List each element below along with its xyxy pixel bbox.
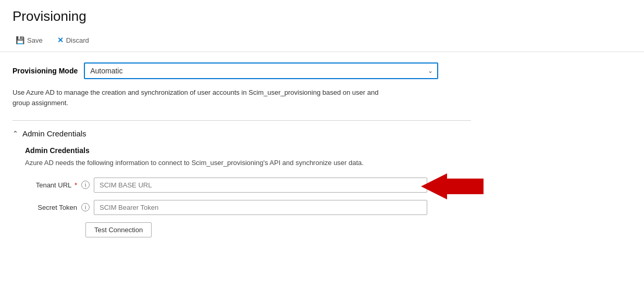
toolbar: 💾 Save ✕ Discard <box>0 31 644 52</box>
svg-marker-0 <box>421 173 484 199</box>
provisioning-mode-row: Provisioning Mode Automatic Manual ⌄ <box>13 62 631 79</box>
admin-cred-title: Admin Credentials <box>25 146 481 155</box>
section-header-label: Admin Credentials <box>22 129 86 138</box>
red-arrow-indicator <box>421 173 484 199</box>
tenant-url-row: Tenant URL * i <box>25 178 481 193</box>
page-title: Provisioning <box>0 0 644 31</box>
admin-cred-desc: Azure AD needs the following information… <box>25 158 364 168</box>
secret-token-info-icon[interactable]: i <box>81 203 90 211</box>
discard-icon: ✕ <box>57 36 64 44</box>
secret-token-row: Secret Token i <box>25 200 481 215</box>
main-content: Provisioning Mode Automatic Manual ⌄ Use… <box>0 52 644 248</box>
tenant-url-label: Tenant URL * <box>25 181 77 189</box>
section-divider <box>13 120 471 121</box>
test-connection-button[interactable]: Test Connection <box>85 222 152 237</box>
page-container: Provisioning 💾 Save ✕ Discard Provisioni… <box>0 0 644 248</box>
test-connection-row: Test Connection <box>25 222 481 237</box>
save-button[interactable]: 💾 Save <box>13 34 46 46</box>
discard-label: Discard <box>66 36 89 44</box>
chevron-up-icon: ⌃ <box>13 130 18 137</box>
discard-button[interactable]: ✕ Discard <box>54 34 92 46</box>
tenant-url-input[interactable] <box>94 178 427 193</box>
provisioning-mode-select[interactable]: Automatic Manual <box>84 62 438 79</box>
admin-credentials-section-header[interactable]: ⌃ Admin Credentials <box>13 129 631 138</box>
tenant-url-info-icon[interactable]: i <box>81 181 90 189</box>
admin-credentials-box: Admin Credentials Azure AD needs the fol… <box>13 146 481 237</box>
secret-token-label: Secret Token <box>25 204 77 211</box>
secret-token-input[interactable] <box>94 200 427 215</box>
save-icon: 💾 <box>16 36 24 44</box>
provisioning-mode-label: Provisioning Mode <box>13 67 78 75</box>
required-indicator: * <box>72 181 77 189</box>
tenant-url-wrapper: Tenant URL * i <box>25 178 481 193</box>
mode-select-wrapper: Automatic Manual ⌄ <box>84 62 438 79</box>
description-text: Use Azure AD to manage the creation and … <box>13 87 388 108</box>
save-label: Save <box>27 36 43 44</box>
